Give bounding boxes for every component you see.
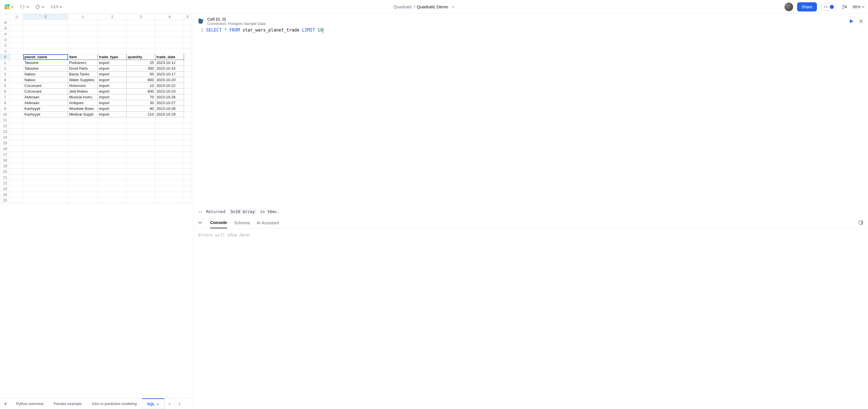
cell[interactable]: export [98,106,127,111]
cell[interactable] [68,48,98,54]
row-header[interactable]: 13 [0,129,10,135]
col-header[interactable]: 3 [127,14,155,20]
cell[interactable] [98,140,127,146]
zoom-control[interactable]: 96% [852,5,865,9]
cell[interactable] [155,180,184,186]
collapse-console-button[interactable] [198,220,202,225]
cell[interactable]: Wookiee Bows [68,106,98,111]
cell[interactable] [127,20,155,26]
cell[interactable] [127,180,155,186]
cell[interactable] [10,175,23,180]
cell[interactable]: export [98,100,127,106]
row-header[interactable]: -5 [0,26,10,31]
cell[interactable] [23,20,68,26]
cell[interactable] [10,198,23,203]
cell[interactable] [98,117,127,123]
avatar[interactable] [784,3,793,11]
cell[interactable] [127,186,155,192]
cell[interactable] [68,129,98,135]
cell[interactable] [23,180,68,186]
cell[interactable] [155,186,184,192]
cell[interactable] [98,135,127,140]
cell[interactable]: 2023-10-22 [155,83,184,89]
cell[interactable] [155,20,184,26]
cell[interactable]: planet_name [23,54,68,60]
cell[interactable] [127,37,155,43]
cell[interactable]: Alderaan [23,100,68,106]
cell[interactable] [68,123,98,129]
cell[interactable] [127,135,155,140]
cell[interactable] [10,83,23,89]
cell[interactable] [184,111,191,117]
cell[interactable] [98,129,127,135]
chevron-down-icon[interactable] [452,5,454,8]
cell[interactable] [127,175,155,180]
cell[interactable] [10,89,23,94]
cell[interactable]: Droid Parts [68,66,98,71]
row-header[interactable]: 6 [0,89,10,94]
cell[interactable] [127,117,155,123]
cell[interactable] [98,163,127,169]
sheet-tab[interactable]: SQL [142,398,164,409]
cell[interactable] [184,192,191,198]
number-format-menu[interactable]: 123 [50,3,63,10]
cell[interactable] [68,117,98,123]
cell[interactable] [184,94,191,100]
console-tab[interactable]: Schema [234,217,250,228]
code-editor[interactable]: 1 SELECT * FROM star_wars_planet_trade L… [193,27,868,34]
cell[interactable] [155,192,184,198]
cell[interactable] [155,163,184,169]
cell[interactable] [23,169,68,175]
sheet-nav-prev[interactable] [164,398,174,409]
cell[interactable]: export [98,60,127,66]
cell[interactable] [184,54,191,60]
cell[interactable]: import [98,66,127,71]
cell[interactable] [155,117,184,123]
cell[interactable]: Tatooine [23,66,68,71]
row-header[interactable]: 17 [0,152,10,158]
cell[interactable] [98,43,127,48]
cell[interactable] [155,158,184,163]
row-header[interactable]: -4 [0,31,10,37]
cell[interactable] [184,140,191,146]
cell[interactable] [98,20,127,26]
cell[interactable]: Podracers [68,60,98,66]
console-tab[interactable]: AI Assistant [257,217,279,228]
cell[interactable] [155,129,184,135]
cell[interactable] [10,26,23,31]
cell[interactable]: 210 [127,111,155,117]
cell[interactable] [23,152,68,158]
cell[interactable] [155,152,184,158]
cell[interactable] [184,180,191,186]
cell[interactable]: Antiques [68,100,98,106]
cell[interactable]: 10 [127,83,155,89]
row-header[interactable]: 16 [0,146,10,152]
cell[interactable] [184,135,191,140]
spreadsheet-grid[interactable]: -1012345-6-5-4-3-2-10planet_nameitemtrad… [0,14,193,398]
cell[interactable] [10,71,23,77]
cell[interactable] [23,129,68,135]
close-panel-button[interactable] [858,19,864,24]
console-tab[interactable]: Console [210,217,227,228]
cell[interactable] [23,158,68,163]
cell[interactable]: 2023-10-12 [155,60,184,66]
cell[interactable] [68,192,98,198]
cell[interactable]: trade_type [98,54,127,60]
command-palette-button[interactable] [840,3,848,11]
cell[interactable]: 90 [127,106,155,111]
cell[interactable]: Naboo [23,77,68,83]
cell[interactable] [155,37,184,43]
col-header[interactable]: 1 [68,14,98,20]
row-header[interactable]: 10 [0,111,10,117]
cell[interactable] [184,37,191,43]
row-header[interactable]: 5 [0,83,10,89]
cell[interactable] [184,169,191,175]
cell[interactable] [127,192,155,198]
cell[interactable] [68,186,98,192]
cell[interactable]: 30 [127,100,155,106]
cell[interactable] [184,123,191,129]
cell[interactable]: 50 [127,71,155,77]
cell[interactable]: 2023-10-29 [155,111,184,117]
cell[interactable] [68,20,98,26]
cell[interactable] [127,26,155,31]
